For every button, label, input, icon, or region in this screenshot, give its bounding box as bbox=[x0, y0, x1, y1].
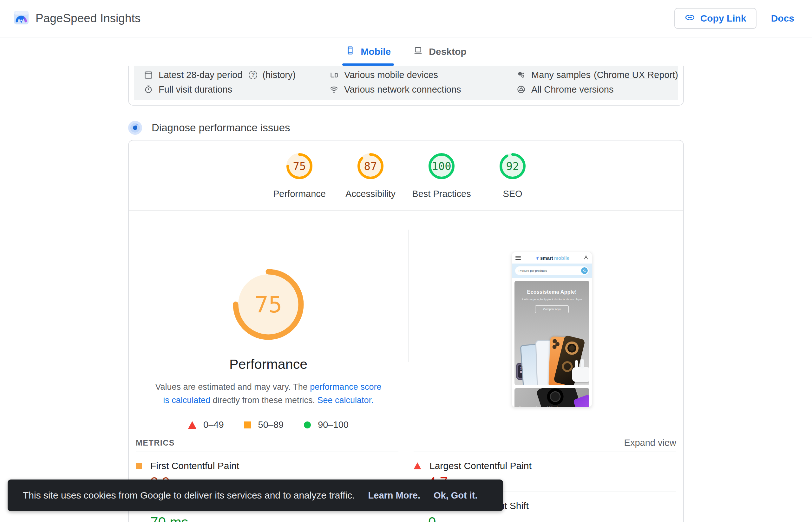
wireless-charger-image bbox=[536, 388, 580, 407]
tab-mobile[interactable]: Mobile bbox=[345, 37, 391, 66]
help-icon[interactable]: ? bbox=[249, 71, 257, 79]
person-icon bbox=[583, 255, 588, 261]
learn-more-link[interactable]: Learn More. bbox=[368, 490, 420, 501]
summary-connections-label: Various network connections bbox=[344, 84, 461, 95]
expand-view-button[interactable]: Expand view bbox=[624, 438, 676, 448]
thumb-hero-banner: Ecossistema Apple! A última geração Appl… bbox=[514, 281, 589, 385]
accessibility-gauge: 87 bbox=[356, 152, 385, 180]
tab-desktop-label: Desktop bbox=[429, 46, 466, 57]
page-screenshot-thumbnail[interactable]: smartmobile Procure por produtos bbox=[512, 252, 592, 407]
app-header: PageSpeed Insights Copy Link Docs bbox=[0, 0, 812, 37]
docs-link[interactable]: Docs bbox=[771, 13, 794, 24]
score-best-practices[interactable]: 100 Best Practices bbox=[406, 152, 477, 199]
performance-title: Performance bbox=[229, 357, 308, 372]
calendar-icon bbox=[143, 70, 154, 80]
diagnose-radar-icon bbox=[128, 121, 142, 135]
copy-link-button[interactable]: Copy Link bbox=[674, 8, 756, 29]
summary-item-samples: Many samples (Chrome UX Report) bbox=[516, 68, 678, 81]
score-performance[interactable]: 75 Performance bbox=[264, 152, 335, 199]
data-source-summary: Latest 28-day period ? (history) Various… bbox=[134, 66, 678, 100]
legend-poor: 0–49 bbox=[188, 420, 224, 430]
average-square-icon bbox=[244, 421, 251, 428]
field-data-card: Latest 28-day period ? (history) Various… bbox=[128, 66, 684, 106]
performance-big-gauge: 75 bbox=[233, 269, 304, 340]
thumb-search-input: Procure por produtos bbox=[515, 266, 589, 275]
diagnose-section-header: Diagnose performance issues bbox=[128, 121, 684, 135]
thumb-site-header: smartmobile bbox=[512, 252, 592, 263]
best-practices-gauge: 100 bbox=[427, 152, 456, 180]
summary-item-period: Latest 28-day period ? (history) bbox=[143, 68, 329, 81]
seo-gauge: 92 bbox=[498, 152, 527, 180]
tab-desktop[interactable]: Desktop bbox=[413, 37, 466, 66]
poor-triangle-icon bbox=[414, 462, 421, 469]
samples-icon bbox=[516, 70, 526, 80]
score-label: Accessibility bbox=[345, 189, 396, 199]
metric-value: 70 ms bbox=[150, 515, 398, 522]
device-tabs: Mobile Desktop bbox=[0, 37, 812, 66]
screenshot-column: smartmobile Procure por produtos bbox=[408, 210, 683, 434]
summary-devices-label: Various mobile devices bbox=[344, 70, 438, 80]
summary-versions-label: All Chrome versions bbox=[531, 84, 613, 95]
desktop-laptop-icon bbox=[413, 46, 423, 57]
hamburger-icon bbox=[515, 256, 521, 260]
summary-samples-label: Many samples bbox=[531, 70, 591, 80]
thumb-wireless-section: Carregadores Wireless bbox=[514, 388, 589, 407]
poor-triangle-icon bbox=[188, 421, 196, 429]
performance-detail-section: 75 Performance Values are estimated and … bbox=[129, 210, 683, 434]
summary-durations-label: Full visit durations bbox=[159, 84, 232, 95]
crux-link-wrap: (Chrome UX Report) bbox=[594, 70, 678, 80]
copy-link-label: Copy Link bbox=[700, 13, 746, 24]
average-square-icon bbox=[136, 463, 142, 469]
devices-icon bbox=[329, 70, 339, 80]
brand: PageSpeed Insights bbox=[14, 11, 140, 26]
column-divider bbox=[408, 229, 409, 362]
metric-value: 0 bbox=[428, 515, 676, 522]
wifi-icon bbox=[329, 84, 339, 95]
metrics-header: METRICS Expand view bbox=[129, 434, 683, 451]
history-link-wrap: (history) bbox=[262, 70, 296, 80]
legend-good: 90–100 bbox=[304, 420, 349, 430]
metrics-heading: METRICS bbox=[136, 438, 175, 447]
legend-average: 50–89 bbox=[244, 420, 284, 430]
thumb-hero-button: Comprar Aqui bbox=[535, 305, 569, 313]
score-label: Performance bbox=[273, 189, 326, 199]
good-circle-icon bbox=[304, 421, 311, 428]
chrome-ux-report-link[interactable]: Chrome UX Report bbox=[597, 70, 675, 80]
chrome-icon bbox=[516, 84, 526, 95]
category-scores-row: 75 Performance 87 Accessibility 100 Best… bbox=[129, 140, 683, 210]
thumb-site-logo: smartmobile bbox=[535, 255, 569, 261]
page-title: PageSpeed Insights bbox=[36, 12, 140, 25]
score-label: SEO bbox=[503, 189, 522, 199]
see-calculator-link[interactable]: See calculator. bbox=[317, 396, 374, 405]
cookie-message: This site uses cookies from Google to de… bbox=[23, 490, 355, 501]
thumb-search-section: Procure por produtos bbox=[512, 263, 592, 278]
summary-item-durations: Full visit durations bbox=[143, 83, 329, 96]
stopwatch-icon bbox=[143, 84, 154, 95]
pagespeed-logo-icon bbox=[14, 11, 28, 26]
airpods-image bbox=[572, 367, 589, 382]
link-icon bbox=[685, 12, 695, 25]
summary-item-devices: Various mobile devices bbox=[329, 68, 516, 81]
ok-got-it-button[interactable]: Ok, Got it. bbox=[434, 490, 478, 501]
cookie-consent-banner: This site uses cookies from Google to de… bbox=[7, 480, 503, 511]
score-seo[interactable]: 92 SEO bbox=[477, 152, 548, 199]
history-link[interactable]: history bbox=[265, 70, 293, 80]
summary-period-label: Latest 28-day period bbox=[159, 70, 242, 80]
lighthouse-report-card: 75 Performance 87 Accessibility 100 Best… bbox=[128, 140, 684, 522]
search-icon bbox=[581, 267, 588, 274]
performance-summary-column: 75 Performance Values are estimated and … bbox=[129, 210, 408, 434]
performance-disclaimer: Values are estimated and may vary. The p… bbox=[154, 380, 383, 407]
mobile-phone-icon bbox=[345, 46, 355, 57]
diagnose-heading: Diagnose performance issues bbox=[152, 122, 290, 134]
summary-item-connections: Various network connections bbox=[329, 83, 516, 96]
summary-item-versions: All Chrome versions bbox=[516, 83, 678, 96]
score-accessibility[interactable]: 87 Accessibility bbox=[335, 152, 406, 199]
score-legend: 0–49 50–89 90–100 bbox=[188, 420, 349, 430]
active-tab-indicator bbox=[342, 63, 394, 66]
score-label: Best Practices bbox=[412, 189, 471, 199]
tab-mobile-label: Mobile bbox=[361, 46, 391, 57]
performance-gauge: 75 bbox=[285, 152, 314, 180]
